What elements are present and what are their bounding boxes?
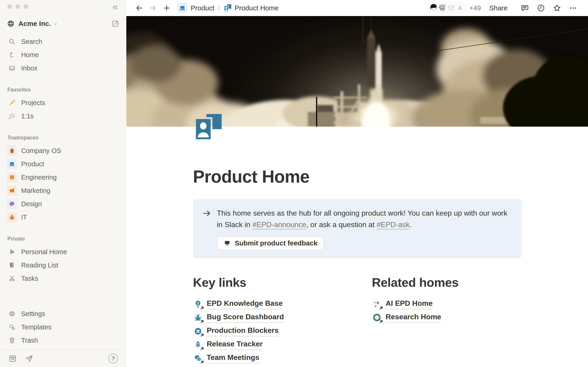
more-ellipsis-icon[interactable] — [565, 4, 581, 12]
sidebar-item-company-os[interactable]: Company OS — [4, 144, 122, 157]
updates-clock-icon[interactable] — [533, 4, 549, 12]
callout-text: This home serves as the hub for all ongo… — [217, 207, 512, 230]
key-links-heading: Key links — [193, 275, 342, 290]
traffic-light-close[interactable] — [7, 4, 12, 9]
submit-feedback-label: Submit product feedback — [235, 239, 317, 247]
callout-text-part: . — [410, 220, 412, 229]
sidebar-item-reading-list[interactable]: Reading List — [4, 259, 122, 272]
sidebar-main-nav: Search Home Inbox — [4, 35, 122, 75]
sidebar-item-label: Trash — [21, 337, 38, 344]
presence-overflow-count[interactable]: +49 — [469, 4, 481, 12]
related-homes-heading: Related homes — [372, 275, 521, 290]
sidebar-item-product[interactable]: Product — [4, 157, 122, 171]
sidebar-item-tasks[interactable]: Tasks — [4, 272, 122, 285]
globe-icon — [7, 20, 15, 27]
section-label-private: Private — [4, 236, 122, 242]
laptop-icon — [223, 239, 231, 247]
link-production-blockers[interactable]: Production Blockers — [193, 324, 342, 338]
external-arrow-icon — [200, 347, 204, 351]
workspace-switcher[interactable]: Acme Inc. — [4, 17, 122, 31]
sidebar-item-label: Personal Home — [21, 248, 67, 256]
breadcrumb-product-icon[interactable] — [177, 3, 187, 13]
link-research-home[interactable]: Research Home — [372, 311, 521, 324]
workspace-name: Acme Inc. — [18, 20, 51, 27]
sidebar-item-marketing[interactable]: Marketing — [4, 184, 122, 197]
thought-cloud-icon — [7, 112, 17, 120]
favorite-star-icon[interactable] — [549, 4, 565, 12]
sidebar-item-search[interactable]: Search — [4, 35, 122, 48]
link-bug-score-dashboard[interactable]: Bug Score Dashboard — [193, 311, 342, 324]
comments-icon[interactable] — [517, 4, 533, 12]
shapes-icon — [7, 323, 17, 331]
key-links-column: Key links EPD Knowledge Base — [193, 275, 342, 365]
compose-icon[interactable] — [111, 19, 120, 28]
link-release-tracker[interactable]: Release Tracker — [193, 338, 342, 351]
breadcrumb-root[interactable]: Product — [191, 4, 214, 12]
related-homes-column: Related homes AI EPD Home Res — [372, 275, 521, 365]
sidebar-item-label: Company OS — [21, 147, 61, 155]
sidebar-item-settings[interactable]: Settings — [4, 307, 122, 320]
sidebar-item-1-1s[interactable]: 1:1s — [4, 109, 122, 123]
calendar-day-number: 28 — [8, 357, 17, 361]
rocket-icon — [193, 340, 203, 350]
pencil-icon — [7, 99, 17, 107]
sidebar-item-it[interactable]: IT — [4, 211, 122, 224]
gear-icon — [7, 172, 17, 182]
traffic-light-minimize[interactable] — [15, 4, 20, 9]
sidebar-item-label: Reading List — [21, 261, 58, 269]
sidebar-item-trash[interactable]: Trash — [4, 334, 122, 347]
link-label: Release Tracker — [207, 339, 263, 350]
collapse-sidebar-icon[interactable]: « — [111, 2, 119, 12]
blocked-x-icon — [193, 326, 203, 336]
external-arrow-icon — [200, 306, 204, 310]
share-button[interactable]: Share — [489, 4, 508, 12]
page-title[interactable]: Product Home — [193, 167, 521, 186]
sidebar-item-design[interactable]: Design — [4, 197, 122, 211]
home-doodle-icon — [7, 51, 17, 58]
link-label: AI EPD Home — [386, 299, 432, 309]
presence-avatars[interactable]: A — [428, 2, 466, 14]
help-icon[interactable]: ? — [108, 354, 118, 363]
avatar-fallback-letter: A — [458, 5, 462, 11]
chevron-down-icon — [53, 22, 58, 27]
link-label: Production Blockers — [207, 326, 279, 336]
research-cycle-icon — [372, 313, 382, 323]
breadcrumb: Product / Product Home — [177, 3, 279, 13]
link-team-meetings[interactable]: Team Meetings — [193, 351, 342, 365]
breadcrumb-current[interactable]: Product Home — [234, 4, 279, 12]
page-icon[interactable] — [196, 114, 222, 141]
link-label: EPD Knowledge Base — [207, 299, 283, 309]
sidebar-item-home[interactable]: Home — [4, 48, 122, 61]
sidebar-item-label: Product — [21, 160, 44, 168]
scissors-icon — [7, 275, 17, 282]
link-ai-epd-home[interactable]: AI EPD Home — [372, 297, 521, 311]
slack-announce-link[interactable]: #EPD-announce — [252, 220, 306, 229]
sidebar-item-label: Home — [21, 51, 39, 59]
palette-icon — [7, 199, 17, 209]
sidebar-item-templates[interactable]: Templates — [4, 320, 122, 334]
ai-sparkles-icon — [372, 299, 382, 309]
new-page-icon[interactable] — [160, 4, 174, 12]
cover-art-shuttle-launch — [126, 16, 588, 127]
megaphone-icon — [7, 186, 17, 196]
sidebar-item-personal-home[interactable]: Personal Home — [4, 245, 122, 259]
chat-bubbles-icon — [193, 353, 203, 363]
window-controls: « — [4, 0, 122, 13]
avatar-overflow: A — [454, 2, 466, 14]
cover-image — [126, 16, 588, 127]
submit-feedback-button[interactable]: Submit product feedback — [217, 236, 324, 250]
sidebar-item-label: Projects — [21, 99, 45, 107]
back-icon[interactable] — [132, 4, 146, 12]
callout: This home serves as the hub for all ongo… — [193, 199, 521, 258]
slack-ask-link[interactable]: #EPD-ask — [377, 220, 410, 229]
forward-icon[interactable] — [146, 4, 160, 12]
sidebar-item-label: Search — [21, 38, 42, 45]
invite-send-icon[interactable] — [25, 354, 34, 363]
sidebar-item-inbox[interactable]: Inbox — [4, 61, 122, 75]
traffic-light-zoom[interactable] — [23, 4, 28, 9]
link-epd-knowledge-base[interactable]: EPD Knowledge Base — [193, 297, 342, 311]
sidebar-item-projects[interactable]: Projects — [4, 96, 122, 109]
sidebar-item-engineering[interactable]: Engineering — [4, 171, 122, 184]
calendar-icon[interactable]: 28 — [8, 354, 17, 363]
bug-icon — [7, 212, 17, 222]
